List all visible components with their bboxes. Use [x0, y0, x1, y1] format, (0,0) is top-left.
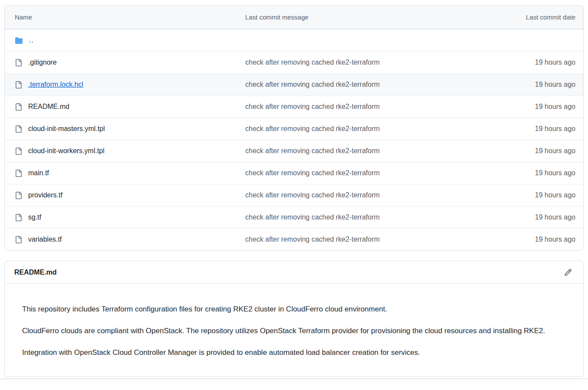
edit-readme-button[interactable] — [563, 268, 573, 277]
file-icon — [15, 192, 22, 199]
file-icon — [15, 103, 22, 111]
commit-message-link[interactable]: check after removing cached rke2-terrafo… — [245, 169, 380, 177]
file-name-link[interactable]: cloud-init-masters.yml.tpl — [28, 125, 105, 133]
commit-date: 19 hours ago — [535, 125, 575, 132]
file-name-link[interactable]: variables.tf — [28, 236, 62, 243]
readme-paragraph: Integration with OpenStack Cloud Control… — [22, 346, 566, 359]
file-name-link[interactable]: providers.tf — [28, 191, 62, 199]
commit-message-link[interactable]: check after removing cached rke2-terrafo… — [245, 81, 380, 88]
bottom-divider — [0, 378, 588, 379]
parent-directory-link[interactable]: .. — [29, 36, 34, 44]
commit-message-link[interactable]: check after removing cached rke2-terrafo… — [245, 236, 380, 243]
readme-paragraph: This repository includes Terraform confi… — [22, 303, 566, 316]
file-name-link[interactable]: .gitignore — [28, 59, 57, 66]
commit-date: 19 hours ago — [535, 213, 575, 221]
commit-date: 19 hours ago — [535, 59, 575, 66]
file-name-link[interactable]: README.md — [28, 103, 69, 111]
pencil-icon — [564, 269, 572, 276]
files-table-header: Name Last commit message Last commit dat… — [5, 6, 583, 29]
commit-message-link[interactable]: check after removing cached rke2-terrafo… — [245, 213, 380, 221]
column-header-name: Name — [5, 13, 245, 21]
commit-date: 19 hours ago — [535, 236, 575, 243]
file-icon — [15, 170, 22, 177]
table-row: cloud-init-workers.yml.tpl check after r… — [5, 140, 583, 162]
file-name-link[interactable]: sg.tf — [28, 213, 41, 221]
file-icon — [15, 147, 22, 155]
commit-date: 19 hours ago — [535, 103, 575, 110]
commit-date: 19 hours ago — [535, 169, 575, 177]
folder-icon — [15, 37, 23, 44]
files-table: Name Last commit message Last commit dat… — [4, 5, 584, 251]
table-row: main.tf check after removing cached rke2… — [5, 162, 583, 184]
table-row: sg.tf check after removing cached rke2-t… — [5, 206, 583, 228]
parent-directory-row: .. — [5, 29, 583, 51]
commit-message-link[interactable]: check after removing cached rke2-terrafo… — [245, 191, 380, 199]
file-name-link[interactable]: cloud-init-workers.yml.tpl — [28, 147, 104, 155]
readme-header: README.md — [5, 261, 583, 284]
commit-date: 19 hours ago — [535, 191, 575, 199]
column-header-last-commit-date: Last commit date — [492, 13, 583, 21]
file-icon — [15, 59, 22, 66]
repo-files-page: Name Last commit message Last commit dat… — [0, 0, 588, 379]
commit-date: 19 hours ago — [535, 81, 575, 88]
commit-message-link[interactable]: check after removing cached rke2-terrafo… — [245, 147, 380, 154]
commit-date: 19 hours ago — [535, 147, 575, 154]
column-header-last-commit-message: Last commit message — [245, 13, 492, 21]
file-icon — [15, 214, 22, 221]
file-name-link[interactable]: main.tf — [28, 169, 49, 177]
readme-section: README.md This repository includes Terra… — [4, 261, 584, 377]
readme-title: README.md — [14, 269, 57, 276]
readme-paragraph: CloudFerro clouds are compliant with Ope… — [22, 324, 566, 338]
file-icon — [15, 125, 22, 133]
commit-message-link[interactable]: check after removing cached rke2-terrafo… — [245, 103, 380, 110]
table-row: README.md check after removing cached rk… — [5, 95, 583, 118]
file-icon — [15, 81, 22, 88]
table-row: .terraform.lock.hcl check after removing… — [5, 73, 583, 95]
file-name-link[interactable]: .terraform.lock.hcl — [28, 81, 83, 88]
table-row: variables.tf check after removing cached… — [5, 228, 583, 250]
table-row: .gitignore check after removing cached r… — [5, 51, 583, 73]
table-row: cloud-init-masters.yml.tpl check after r… — [5, 118, 583, 140]
commit-message-link[interactable]: check after removing cached rke2-terrafo… — [245, 59, 380, 66]
readme-content: This repository includes Terraform confi… — [5, 284, 583, 376]
table-row: providers.tf check after removing cached… — [5, 184, 583, 206]
commit-message-link[interactable]: check after removing cached rke2-terrafo… — [245, 125, 380, 132]
file-icon — [15, 236, 22, 243]
